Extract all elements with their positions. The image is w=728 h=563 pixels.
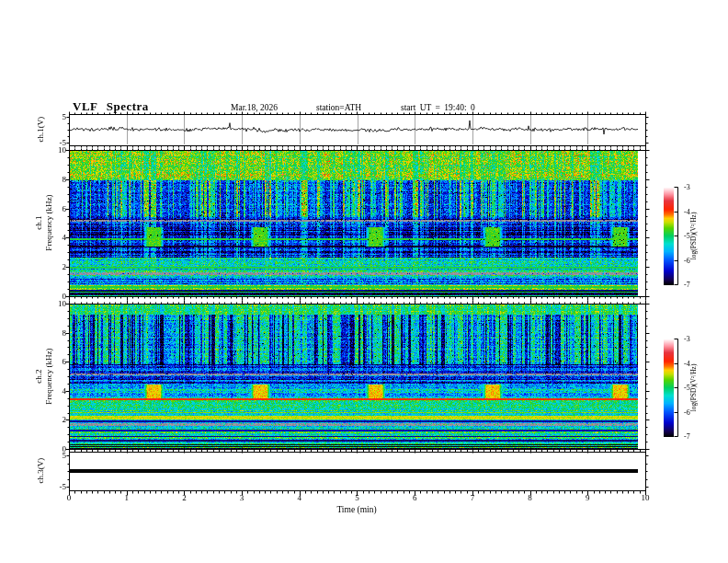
freq-tick-label: 8: [46, 175, 66, 184]
time-tick-label: 5: [348, 493, 367, 502]
frequency-unit-label: Frequency (kHz): [44, 167, 54, 278]
time-axis-label: Time (min): [311, 505, 403, 514]
freq-tick-label: 2: [46, 415, 66, 424]
header-start-ut: start UT = 19:40: 0: [401, 103, 475, 112]
freq-tick-label: 6: [46, 204, 66, 213]
ch3-voltage-axis-label: ch.3(V): [36, 443, 46, 499]
freq-tick-label: 4: [46, 233, 66, 242]
time-tick-label: 6: [405, 493, 424, 502]
freq-tick-label: 4: [46, 386, 66, 396]
ch1-voltage-axis-label: ch.1(V): [36, 102, 46, 157]
time-tick-label: 9: [578, 493, 597, 502]
colorbar-tick-label: -4: [684, 208, 699, 217]
colorbar-tick-label: -6: [684, 257, 699, 266]
colorbar-tick-label: -3: [684, 183, 699, 192]
ch1-channel-label: ch.1: [34, 167, 44, 278]
freq-tick-label: 10: [46, 299, 66, 308]
plot-canvas: [0, 0, 728, 563]
colorbar-tick-label: -7: [684, 432, 699, 442]
freq-tick-label: 6: [46, 357, 66, 366]
colorbar-tick-label: -5: [684, 384, 699, 393]
time-tick-label: 8: [521, 493, 540, 502]
header-station: station=ATH: [316, 103, 361, 112]
time-tick-label: 0: [60, 493, 78, 502]
colorbar-tick-label: -7: [684, 281, 699, 290]
volt-tick-label: 5: [46, 451, 66, 460]
colorbar-tick-label: -6: [684, 408, 699, 418]
volt-tick-label: 5: [46, 112, 66, 121]
colorbar-tick-label: -5: [684, 232, 699, 241]
time-tick-label: 10: [636, 493, 654, 502]
ch2-channel-label: ch.2: [34, 321, 44, 431]
vlf-spectra-figure: VLF Spectra Mar.18, 2026 station=ATH sta…: [0, 0, 728, 563]
volt-tick-label: -5: [46, 482, 66, 491]
colorbar-tick-label: -3: [684, 335, 699, 344]
volt-tick-label: -5: [46, 138, 66, 147]
header-date: Mar.18, 2026: [231, 103, 278, 112]
time-tick-label: 3: [233, 493, 251, 502]
time-tick-label: 7: [463, 493, 482, 502]
freq-tick-label: 8: [46, 328, 66, 338]
freq-tick-label: 2: [46, 262, 66, 271]
time-tick-label: 4: [290, 493, 309, 502]
time-tick-label: 1: [118, 493, 136, 502]
page-title: VLF Spectra: [73, 99, 149, 114]
colorbar-tick-label: -4: [684, 360, 699, 369]
time-tick-label: 2: [175, 493, 193, 502]
ch1-frequency-axis-label: ch.1 Frequency (kHz): [34, 167, 54, 278]
